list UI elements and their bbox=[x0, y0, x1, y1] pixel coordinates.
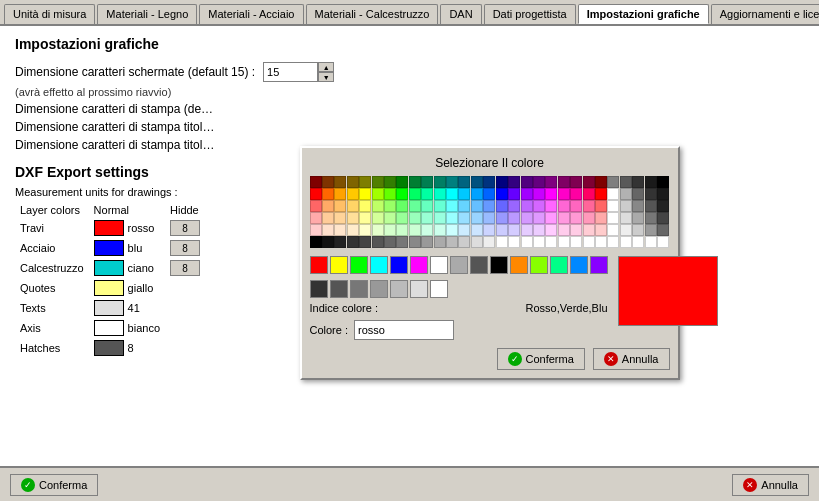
color-cell[interactable] bbox=[334, 212, 346, 224]
color-cell[interactable] bbox=[409, 176, 421, 188]
color-cell[interactable] bbox=[384, 212, 396, 224]
color-cell[interactable] bbox=[570, 224, 582, 236]
color-cell[interactable] bbox=[620, 176, 632, 188]
dialog-confirm-button[interactable]: ✓ Conferma bbox=[497, 348, 585, 370]
color-cell[interactable] bbox=[384, 188, 396, 200]
color-cell[interactable] bbox=[446, 176, 458, 188]
color-cell[interactable] bbox=[496, 176, 508, 188]
color-cell[interactable] bbox=[409, 212, 421, 224]
color-cell[interactable] bbox=[645, 188, 657, 200]
color-cell[interactable] bbox=[583, 236, 595, 248]
color-cell[interactable] bbox=[334, 188, 346, 200]
color-cell[interactable] bbox=[446, 224, 458, 236]
color-cell[interactable] bbox=[310, 176, 322, 188]
color-cell[interactable] bbox=[483, 212, 495, 224]
color-cell[interactable] bbox=[310, 200, 322, 212]
color-cell[interactable] bbox=[446, 212, 458, 224]
color-cell[interactable] bbox=[607, 224, 619, 236]
color-cell[interactable] bbox=[372, 200, 384, 212]
color-grid[interactable] bbox=[310, 176, 670, 248]
color-cell[interactable] bbox=[583, 224, 595, 236]
color-cell[interactable] bbox=[570, 236, 582, 248]
gray-cell[interactable] bbox=[330, 280, 348, 298]
color-cell[interactable] bbox=[545, 176, 557, 188]
color-cell[interactable] bbox=[645, 224, 657, 236]
confirm-button[interactable]: ✓ Conferma bbox=[10, 474, 98, 496]
color-cell[interactable] bbox=[632, 188, 644, 200]
color-cell[interactable] bbox=[607, 212, 619, 224]
color-cell[interactable] bbox=[521, 236, 533, 248]
color-cell[interactable] bbox=[334, 176, 346, 188]
color-cell[interactable] bbox=[359, 176, 371, 188]
color-cell[interactable] bbox=[458, 176, 470, 188]
color-cell[interactable] bbox=[657, 200, 669, 212]
color-cell[interactable] bbox=[334, 200, 346, 212]
basic-color-cell[interactable] bbox=[530, 256, 548, 274]
color-cell[interactable] bbox=[558, 200, 570, 212]
color-cell[interactable] bbox=[620, 188, 632, 200]
color-cell[interactable] bbox=[334, 236, 346, 248]
color-cell[interactable] bbox=[347, 224, 359, 236]
color-cell[interactable] bbox=[632, 176, 644, 188]
dialog-cancel-button[interactable]: ✕ Annulla bbox=[593, 348, 670, 370]
basic-color-cell[interactable] bbox=[510, 256, 528, 274]
basic-color-cell[interactable] bbox=[330, 256, 348, 274]
color-cell[interactable] bbox=[372, 236, 384, 248]
color-cell[interactable] bbox=[558, 176, 570, 188]
color-cell[interactable] bbox=[483, 224, 495, 236]
color-cell[interactable] bbox=[595, 224, 607, 236]
color-cell[interactable] bbox=[521, 200, 533, 212]
color-cell[interactable] bbox=[359, 188, 371, 200]
color-cell[interactable] bbox=[471, 224, 483, 236]
color-cell[interactable] bbox=[595, 176, 607, 188]
color-cell[interactable] bbox=[322, 200, 334, 212]
colore-input[interactable] bbox=[354, 320, 454, 340]
color-cell[interactable] bbox=[620, 236, 632, 248]
color-cell[interactable] bbox=[508, 188, 520, 200]
color-cell[interactable] bbox=[632, 236, 644, 248]
color-cell[interactable] bbox=[583, 200, 595, 212]
color-cell[interactable] bbox=[583, 188, 595, 200]
color-cell[interactable] bbox=[347, 200, 359, 212]
gray-cell[interactable] bbox=[410, 280, 428, 298]
gray-cell[interactable] bbox=[350, 280, 368, 298]
color-cell[interactable] bbox=[545, 224, 557, 236]
basic-color-cell[interactable] bbox=[490, 256, 508, 274]
color-cell[interactable] bbox=[496, 212, 508, 224]
color-cell[interactable] bbox=[558, 236, 570, 248]
color-cell[interactable] bbox=[322, 176, 334, 188]
color-cell[interactable] bbox=[384, 224, 396, 236]
color-cell[interactable] bbox=[558, 188, 570, 200]
color-cell[interactable] bbox=[570, 200, 582, 212]
gray-cell[interactable] bbox=[430, 280, 448, 298]
basic-color-cell[interactable] bbox=[450, 256, 468, 274]
color-cell[interactable] bbox=[421, 200, 433, 212]
color-cell[interactable] bbox=[657, 212, 669, 224]
color-cell[interactable] bbox=[384, 200, 396, 212]
color-cell[interactable] bbox=[508, 212, 520, 224]
color-cell[interactable] bbox=[483, 176, 495, 188]
color-cell[interactable] bbox=[620, 224, 632, 236]
color-cell[interactable] bbox=[347, 188, 359, 200]
color-cell[interactable] bbox=[359, 224, 371, 236]
color-cell[interactable] bbox=[533, 200, 545, 212]
basic-color-cell[interactable] bbox=[590, 256, 608, 274]
color-cell[interactable] bbox=[483, 236, 495, 248]
basic-color-cell[interactable] bbox=[410, 256, 428, 274]
color-cell[interactable] bbox=[533, 176, 545, 188]
color-cell[interactable] bbox=[632, 224, 644, 236]
color-cell[interactable] bbox=[334, 224, 346, 236]
color-cell[interactable] bbox=[607, 200, 619, 212]
color-cell[interactable] bbox=[434, 236, 446, 248]
color-cell[interactable] bbox=[409, 188, 421, 200]
color-cell[interactable] bbox=[310, 236, 322, 248]
color-cell[interactable] bbox=[458, 188, 470, 200]
color-cell[interactable] bbox=[607, 176, 619, 188]
color-cell[interactable] bbox=[620, 212, 632, 224]
color-cell[interactable] bbox=[384, 176, 396, 188]
basic-color-cell[interactable] bbox=[370, 256, 388, 274]
gray-cell[interactable] bbox=[370, 280, 388, 298]
gray-cell[interactable] bbox=[390, 280, 408, 298]
color-cell[interactable] bbox=[645, 176, 657, 188]
color-cell[interactable] bbox=[396, 188, 408, 200]
